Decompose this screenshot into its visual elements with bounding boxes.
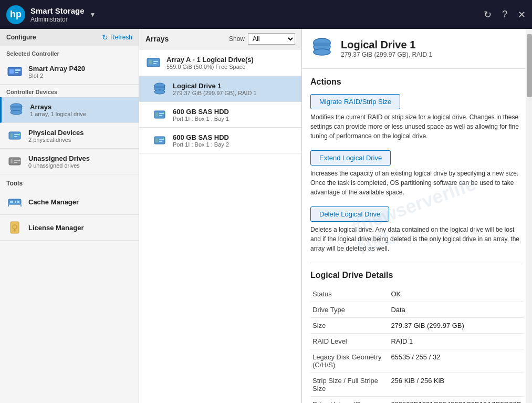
unassigned-icon: [6, 153, 23, 170]
svg-rect-13: [14, 160, 19, 161]
show-label: Show: [229, 35, 245, 43]
center-title: Arrays: [145, 35, 169, 43]
right-panel: #newserverlifeNSL Logical Drive 1 279.37…: [302, 29, 532, 403]
sas-hdd-2-name: 600 GB SAS HDD: [173, 133, 229, 141]
sas-hdd-1-icon: [152, 107, 168, 122]
sas-hdd-1-text: 600 GB SAS HDD Port 1I : Box 1 : Bay 1: [173, 108, 229, 122]
logo-area: hp Smart Storage Administrator ▼: [6, 5, 484, 24]
details-label-4: Legacy Disk Geometry (C/H/S): [310, 349, 389, 373]
details-row-3: RAID LevelRAID 1: [310, 334, 524, 349]
app-dropdown-arrow[interactable]: ▼: [90, 11, 96, 18]
physical-devices-sub: 2 physical drives: [28, 137, 84, 143]
details-label-6: Drive Unique ID: [310, 397, 389, 404]
sidebar-item-physical-devices[interactable]: Physical Devices 2 physical drives: [0, 123, 139, 149]
arrays-name: Arrays: [30, 103, 86, 111]
show-select[interactable]: All: [248, 33, 295, 45]
unassigned-text: Unassigned Drives 0 unassigned drives: [28, 154, 90, 169]
svg-rect-1: [9, 69, 14, 74]
arrays-sub: 1 array, 1 logical drive: [30, 111, 86, 117]
drive-list: Array A - 1 Logical Drive(s) 559.0 GiB (…: [139, 49, 301, 403]
sidebar-item-controller[interactable]: Smart Array P420 Slot 2: [0, 59, 139, 85]
sas-hdd-2-sub: Port 1I : Box 1 : Bay 2: [173, 141, 229, 148]
drive-item-sas-hdd-1[interactable]: 600 GB SAS HDD Port 1I : Box 1 : Bay 1: [139, 102, 301, 128]
array-group-name: Array A - 1 Logical Drive(s): [166, 56, 254, 64]
scrollbar-thumb: [527, 34, 532, 97]
svg-point-43: [314, 49, 330, 55]
array-group-item[interactable]: Array A - 1 Logical Drive(s) 559.0 GiB (…: [139, 49, 301, 76]
svg-rect-8: [14, 134, 19, 135]
sas-hdd-1-sub: Port 1I : Box 1 : Bay 1: [173, 116, 229, 122]
details-row-6: Drive Unique ID600508B1001C6E46F31C9B19A…: [310, 397, 524, 404]
refresh-label: Refresh: [110, 34, 132, 41]
refresh-icon[interactable]: ↻: [484, 9, 492, 20]
details-row-0: StatusOK: [310, 286, 524, 302]
refresh-button[interactable]: ↻ Refresh: [102, 33, 132, 42]
controller-devices-label: Controller Devices: [0, 85, 139, 97]
configure-label: Configure: [6, 34, 36, 41]
array-group-text: Array A - 1 Logical Drive(s) 559.0 GiB (…: [166, 56, 254, 70]
svg-rect-34: [159, 113, 164, 114]
help-icon[interactable]: ?: [502, 9, 507, 20]
migrate-raid-button[interactable]: Migrate RAID/Strip Size: [310, 94, 400, 109]
sidebar-item-cache-manager[interactable]: Cache Manager: [0, 189, 139, 215]
sidebar: Configure ↻ Refresh Selected Controller …: [0, 29, 139, 403]
details-label-3: RAID Level: [310, 334, 389, 349]
license-manager-icon: [6, 219, 23, 236]
center-panel: Arrays Show All: [139, 29, 302, 403]
license-manager-name: License Manager: [28, 224, 84, 232]
details-value-3: RAID 1: [389, 334, 524, 349]
svg-rect-3: [15, 72, 18, 73]
delete-logical-drive-button[interactable]: Delete Logical Drive: [310, 206, 389, 222]
sas-hdd-2-text: 600 GB SAS HDD Port 1I : Box 1 : Bay 2: [173, 133, 229, 148]
sas-hdd-2-icon: [152, 132, 168, 148]
logical-drive-1-sub: 279.37 GiB (299.97 GB), RAID 1: [173, 90, 257, 96]
topbar: hp Smart Storage Administrator ▼ ↻ ? ✕: [0, 0, 532, 29]
svg-rect-7: [11, 133, 13, 138]
sidebar-item-unassigned-drives[interactable]: Unassigned Drives 0 unassigned drives: [0, 149, 139, 174]
sidebar-item-arrays[interactable]: Arrays 1 array, 1 logical drive: [0, 97, 139, 123]
details-label-2: Size: [310, 318, 389, 334]
right-scrollbar[interactable]: [526, 29, 532, 403]
details-label-0: Status: [310, 286, 389, 302]
details-value-5: 256 KiB / 256 KiB: [389, 373, 524, 397]
svg-rect-17: [10, 201, 13, 203]
drive-item-sas-hdd-2[interactable]: 600 GB SAS HDD Port 1I : Box 1 : Bay 2: [139, 128, 301, 153]
hp-logo: hp: [6, 5, 25, 24]
array-group-icon: [145, 55, 161, 70]
sidebar-item-license-manager[interactable]: License Manager: [0, 215, 139, 241]
details-value-2: 279.37 GiB (299.97 GB): [389, 318, 524, 334]
details-label-5: Strip Size / Full Stripe Size: [310, 373, 389, 397]
app-subtitle: Administrator: [30, 16, 85, 23]
logical-drive-1-icon: [152, 81, 168, 97]
physical-devices-icon: [6, 127, 23, 144]
sas-hdd-1-name: 600 GB SAS HDD: [173, 108, 229, 116]
svg-rect-38: [155, 138, 158, 142]
action-delete-drive: Delete Logical Drive Deletes a logical d…: [310, 206, 524, 253]
svg-rect-14: [14, 162, 17, 163]
svg-rect-9: [14, 136, 17, 137]
svg-point-5: [11, 110, 22, 115]
svg-rect-33: [155, 112, 158, 117]
refresh-icon-sidebar: ↻: [102, 33, 108, 42]
topbar-icons: ↻ ? ✕: [484, 9, 526, 20]
selected-controller-label: Selected Controller: [0, 46, 139, 59]
actions-title: Actions: [310, 77, 524, 87]
controller-slot: Slot 2: [28, 73, 85, 79]
unassigned-sub: 0 unassigned drives: [28, 162, 90, 169]
details-value-0: OK: [389, 286, 524, 302]
svg-rect-2: [15, 69, 20, 71]
svg-rect-27: [149, 60, 152, 64]
section-divider: [310, 263, 524, 263]
drive-item-logical-drive-1[interactable]: Logical Drive 1 279.37 GiB (299.97 GB), …: [139, 76, 301, 102]
cache-manager-icon: [6, 193, 23, 210]
right-title: Logical Drive 1: [341, 39, 432, 51]
configure-header: Configure ↻ Refresh: [0, 29, 139, 46]
extend-logical-drive-button[interactable]: Extend Logical Drive: [310, 150, 391, 166]
array-group-sub: 559.0 GiB (50.0%) Free Space: [166, 64, 254, 70]
details-row-5: Strip Size / Full Stripe Size256 KiB / 2…: [310, 373, 524, 397]
right-header: Logical Drive 1 279.37 GiB (299.97 GB), …: [302, 29, 532, 69]
close-icon[interactable]: ✕: [518, 9, 526, 20]
svg-rect-28: [153, 61, 158, 62]
cache-manager-text: Cache Manager: [28, 198, 79, 206]
svg-rect-35: [159, 115, 162, 116]
